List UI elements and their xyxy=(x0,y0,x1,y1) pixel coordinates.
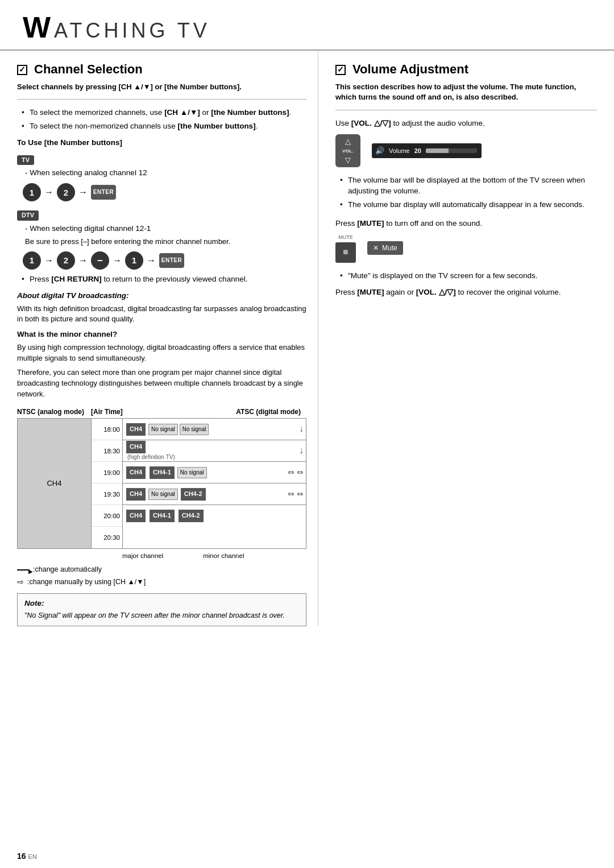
minor-text-1: By using high compression technology, di… xyxy=(17,342,306,364)
vol-number: 20 xyxy=(414,147,421,155)
ch4-1-r3: CH4-1 xyxy=(150,466,175,479)
atsc-column: CH4 No signal No signal ↓ CH4 xyxy=(123,419,306,548)
enter-btn-dtv: ENTER xyxy=(159,253,184,268)
arrow-down-1: ↓ xyxy=(299,423,304,435)
ch4-r2: CH4 xyxy=(126,441,146,453)
mute-button: ■ xyxy=(335,242,356,263)
ch4-2-r5: CH4-2 xyxy=(179,510,204,522)
ntsc-channel: CH4 xyxy=(47,478,61,489)
num-btn-1: 1 xyxy=(23,183,41,201)
num-btn-2: 2 xyxy=(57,183,75,201)
arrow-2: → xyxy=(78,186,88,199)
ntsc-column: CH4 xyxy=(18,419,92,548)
vol-label: VOL. xyxy=(342,148,354,154)
time-1930: 19:30 xyxy=(92,483,122,505)
arrow-dtv-3: → xyxy=(113,254,122,267)
mute-btn-wrapper: MUTE ■ xyxy=(335,234,356,263)
ch4-r4: CH4 xyxy=(126,488,146,501)
atsc-row-2: CH4 (high definition TV) ↓ xyxy=(123,440,306,462)
diagram-footer: major channel minor channel xyxy=(17,551,306,560)
mute-x-icon: ✕ xyxy=(373,243,379,253)
page-header: WATCHING TV xyxy=(0,0,614,51)
vol-use-line: Use [VOL. △/▽] to adjust the audio volum… xyxy=(335,118,597,129)
num-btn-dtv-1: 1 xyxy=(23,251,41,270)
minor-text-2: Therefore, you can select more than one … xyxy=(17,367,306,400)
mute-section: Press [MUTE] to turn off and on the soun… xyxy=(335,218,597,297)
atsc-row-4: CH4 No signal CH4-2 ⇔ ⇔ xyxy=(123,483,306,505)
minor-label: minor channel xyxy=(203,551,244,560)
nosignal-r4: No signal xyxy=(148,489,178,500)
diagram-table: CH4 18:00 18:30 19:00 19:30 20:00 20:30 xyxy=(17,418,306,549)
mute-square-icon: ■ xyxy=(343,246,349,258)
page-title: WATCHING TV xyxy=(23,13,591,45)
two-column-layout: Channel Selection Select channels by pre… xyxy=(0,51,614,626)
volume-title: Volume Adjustment xyxy=(335,61,597,78)
checkbox-icon xyxy=(17,65,27,75)
arrow-dtv-4: → xyxy=(147,254,156,267)
vol-bar-display: 🔊 Volume 20 xyxy=(372,143,482,158)
dtv-button-sequence: 1 → 2 → – → 1 → ENTER xyxy=(23,251,306,270)
vol-divider xyxy=(335,110,597,110)
press-mute: Press [MUTE] to turn off and on the soun… xyxy=(335,218,597,229)
ch4-2-r4: CH4-2 xyxy=(181,488,206,501)
vol-button: △ VOL. ▽ xyxy=(335,134,360,167)
left-column: Channel Selection Select channels by pre… xyxy=(17,51,318,626)
vol-diagram: △ VOL. ▽ 🔊 Volume 20 xyxy=(335,134,597,167)
num-btn-dtv-2: 2 xyxy=(57,251,75,270)
channel-subtitle: Select channels by pressing [CH ▲/▼] or … xyxy=(17,82,306,92)
change-notes: ▶ :change automatically ⇨ :change manual… xyxy=(17,565,306,588)
ntsc-label: NTSC (analog mode) xyxy=(17,407,91,417)
arrows-lr-3: ⇔ ⇔ xyxy=(288,467,304,478)
note-title: Note: xyxy=(24,598,299,609)
nosignal-r1a: No signal xyxy=(148,424,178,435)
mute-bullet: "Mute" is displayed on the TV screen for… xyxy=(340,271,597,282)
arrow-down-2: ↓ xyxy=(299,444,304,457)
change-auto-item: ▶ :change automatically xyxy=(17,565,306,575)
arrows-lr-4: ⇔ ⇔ xyxy=(288,489,304,500)
nosignal-r3: No signal xyxy=(177,467,207,478)
vol-bullet-2: The volume bar display will automaticall… xyxy=(340,200,597,210)
dtv-note2: Be sure to press [–] before entering the… xyxy=(17,237,306,247)
arrow-1: → xyxy=(44,186,53,199)
number-buttons-heading: To Use [the Number buttons] xyxy=(17,138,306,148)
dtv-label: DTV xyxy=(17,210,39,220)
ch4-1-r5: CH4-1 xyxy=(150,510,175,522)
atsc-row-3: CH4 CH4-1 No signal ⇔ ⇔ xyxy=(123,462,306,483)
speaker-icon: 🔊 xyxy=(375,146,384,156)
mute-display: ✕ Mute xyxy=(367,241,403,255)
enter-btn-1: ENTER xyxy=(91,185,116,200)
arrow-dtv-1: → xyxy=(44,254,53,267)
page-footer: 16 EN xyxy=(0,851,614,862)
major-label: major channel xyxy=(122,551,163,560)
time-1800: 18:00 xyxy=(92,419,122,440)
vol-up-icon: △ xyxy=(345,137,351,147)
mute-label-top: MUTE xyxy=(338,234,353,241)
vol-bar xyxy=(426,148,477,153)
dash-btn: – xyxy=(91,251,109,270)
channel-bullets: To select the memorized channels, use [C… xyxy=(17,108,306,132)
channel-selection-title: Channel Selection xyxy=(17,61,306,78)
vol-bullet-1: The volume bar will be displayed at the … xyxy=(340,175,597,197)
dtv-note: When selecting digital channel 12-1 xyxy=(17,224,306,234)
about-digital-text: With its high definition broadcast, digi… xyxy=(17,304,306,325)
diagram-labels: NTSC (analog mode) [Air Time] ATSC (digi… xyxy=(17,407,306,417)
bullet-1: To select the memorized channels, use [C… xyxy=(22,108,306,118)
hd-tv-label: (high definition TV) xyxy=(127,453,175,461)
time-2000: 20:00 xyxy=(92,505,122,527)
vol-text: Volume xyxy=(389,147,410,155)
note-text: "No Signal" will appear on the TV screen… xyxy=(24,611,299,621)
times-column: 18:00 18:30 19:00 19:30 20:00 20:30 xyxy=(92,419,123,548)
atsc-label: ATSC (digital mode) xyxy=(236,407,301,417)
about-digital-title: About digital TV broadcasting: xyxy=(17,291,306,301)
vol-bar-fill xyxy=(426,148,449,153)
right-column: Volume Adjustment This section describes… xyxy=(318,51,597,626)
bullet-2: To select the non-memorized channels use… xyxy=(22,121,306,132)
ch4-r3: CH4 xyxy=(126,466,146,479)
change-auto-text: :change automatically xyxy=(33,565,102,575)
atsc-row-1: CH4 No signal No signal ↓ xyxy=(123,419,306,440)
vol-description: This section describes how to adjust the… xyxy=(335,82,597,102)
time-2030: 20:30 xyxy=(92,527,122,548)
ch4-r5: CH4 xyxy=(126,510,146,522)
vol-bullets: The volume bar will be displayed at the … xyxy=(335,175,597,210)
atsc-row-5: CH4 CH4-1 CH4-2 xyxy=(123,505,306,527)
